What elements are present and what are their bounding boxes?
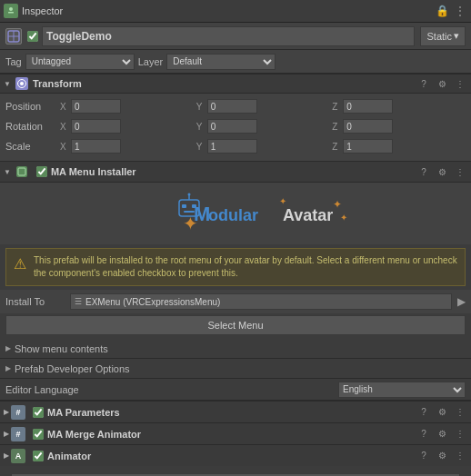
animator-component[interactable]: ▶ A Animator ? ⚙ ⋮ [0, 444, 471, 466]
modular-avatar-logo: ✦ odular M Avatar ✦ ✦ ✦ [117, 192, 354, 237]
ma-menu-installer-header[interactable]: ▼ MA Menu Installer ? ⚙ ⋮ [0, 161, 471, 183]
position-x-input[interactable] [71, 99, 121, 114]
ma-more-icon[interactable]: ⋮ [453, 164, 467, 179]
ma-parameters-component[interactable]: ▶ # MA Parameters ? ⚙ ⋮ [0, 401, 471, 422]
ma-help-icon[interactable]: ? [416, 164, 431, 179]
position-z-field: Z [332, 99, 466, 114]
rotation-x-input[interactable] [71, 119, 121, 134]
ma-merge-btns: ? ⚙ ⋮ [416, 427, 467, 441]
rotation-y-field: Y [196, 119, 330, 134]
transform-more-icon[interactable]: ⋮ [453, 76, 467, 91]
svg-point-5 [20, 82, 24, 85]
position-z-input[interactable] [343, 99, 393, 114]
object-active-checkbox[interactable] [27, 31, 38, 42]
animator-title: Animator [47, 451, 416, 461]
transform-settings-icon[interactable]: ⚙ [435, 76, 449, 91]
ma-params-arrow-icon: ▶ [4, 408, 9, 416]
rotation-y-input[interactable] [207, 119, 257, 134]
rotation-x-field: X [60, 119, 194, 134]
ma-merge-checkbox[interactable] [33, 429, 44, 440]
prefab-dev-label: Prefab Developer Options [15, 363, 130, 374]
tag-select[interactable]: Untagged [25, 54, 135, 70]
svg-text:✦: ✦ [333, 198, 342, 211]
scale-fields: X Y Z [60, 139, 466, 154]
rotation-label: Rotation [5, 121, 60, 132]
ma-params-settings-icon[interactable]: ⚙ [435, 405, 449, 420]
show-menu-contents-row[interactable]: ▶ Show menu contents [0, 339, 471, 359]
ma-title: MA Menu Installer [51, 166, 416, 177]
rotation-z-field: Z [332, 119, 466, 134]
animator-more-icon[interactable]: ⋮ [453, 449, 467, 463]
svg-text:✦: ✦ [279, 196, 286, 206]
ma-params-help-icon[interactable]: ? [416, 405, 431, 420]
prefab-dev-arrow-icon: ▶ [5, 364, 11, 372]
static-dropdown-arrow: ▾ [454, 30, 459, 42]
rot-z-axis: Z [332, 122, 341, 132]
transform-arrow-icon: ▼ [4, 80, 11, 88]
install-arrow-icon[interactable]: ▶ [457, 295, 466, 308]
svg-point-10 [188, 193, 191, 196]
object-header: Static ▾ [0, 23, 471, 50]
tab-actions: 🔒 ⋮ [435, 4, 467, 18]
ma-merge-title: MA Merge Animator [47, 429, 416, 440]
ma-merge-help-icon[interactable]: ? [416, 427, 431, 441]
animator-settings-icon[interactable]: ⚙ [435, 449, 449, 463]
position-y-field: Y [196, 99, 330, 114]
ma-merge-arrow-icon: ▶ [4, 430, 9, 438]
position-label: Position [5, 101, 60, 112]
select-menu-button[interactable]: Select Menu [5, 315, 466, 335]
scale-label: Scale [5, 141, 60, 152]
svg-text:odular: odular [208, 206, 258, 224]
position-x-field: X [60, 99, 194, 114]
transform-section-btns: ? ⚙ ⋮ [416, 76, 467, 91]
ma-settings-icon[interactable]: ⚙ [435, 164, 449, 179]
scale-x-field: X [60, 139, 194, 154]
scale-row: Scale X Y Z [5, 137, 466, 155]
rotation-fields: X Y Z [60, 119, 466, 134]
svg-rect-12 [182, 204, 186, 208]
more-icon[interactable]: ⋮ [453, 4, 467, 18]
ma-params-more-icon[interactable]: ⋮ [453, 405, 467, 420]
show-menu-label: Show menu contents [15, 343, 108, 354]
inspector-body: Static ▾ Tag Untagged Layer Default ▼ Tr… [0, 23, 471, 476]
position-y-input[interactable] [207, 99, 257, 114]
ma-section-btns: ? ⚙ ⋮ [416, 164, 467, 179]
pos-y-axis: Y [196, 102, 205, 112]
transform-section-header[interactable]: ▼ Transform ? ⚙ ⋮ [0, 74, 471, 94]
animator-checkbox[interactable] [33, 451, 44, 461]
ma-logo-area: ✦ odular M Avatar ✦ ✦ ✦ [0, 183, 471, 244]
scale-y-axis: Y [196, 142, 205, 152]
static-button[interactable]: Static ▾ [420, 26, 466, 46]
install-to-label: Install To [5, 296, 65, 307]
ma-merge-settings-icon[interactable]: ⚙ [435, 427, 449, 441]
lock-icon[interactable]: 🔒 [435, 4, 449, 18]
ma-params-checkbox[interactable] [33, 407, 44, 418]
install-to-field[interactable]: ☰ EXMenu (VRCExpressionsMenu) [70, 293, 452, 310]
layer-label: Layer [138, 56, 164, 67]
object-name-input[interactable] [42, 26, 415, 46]
pos-z-axis: Z [332, 102, 341, 112]
animator-btns: ? ⚙ ⋮ [416, 449, 467, 463]
animator-help-icon[interactable]: ? [416, 449, 431, 463]
inspector-tab-label: Inspector [22, 5, 63, 16]
object-type-icon [5, 28, 22, 45]
inspector-tab-icon [4, 4, 18, 18]
scale-y-input[interactable] [207, 139, 257, 154]
warning-text: This prefab will be installed to the roo… [34, 254, 457, 280]
scale-z-input[interactable] [343, 139, 393, 154]
rotation-z-input[interactable] [343, 119, 393, 134]
transform-body: Position X Y Z Rotation [0, 94, 471, 161]
ma-merge-icon: # [11, 427, 25, 441]
scale-x-input[interactable] [71, 139, 121, 154]
layer-select[interactable]: Default [166, 54, 276, 70]
install-to-value: EXMenu (VRCExpressionsMenu) [85, 297, 220, 307]
prefab-dev-options-row[interactable]: ▶ Prefab Developer Options [0, 359, 471, 379]
ma-enabled-checkbox[interactable] [36, 166, 47, 177]
ma-merge-more-icon[interactable]: ⋮ [453, 427, 467, 441]
ma-merge-animator-component[interactable]: ▶ # MA Merge Animator ? ⚙ ⋮ [0, 422, 471, 444]
position-fields: X Y Z [60, 99, 466, 114]
position-row: Position X Y Z [5, 97, 466, 115]
editor-lang-select[interactable]: English [338, 382, 466, 398]
transform-help-icon[interactable]: ? [416, 76, 431, 91]
tag-layer-row: Tag Untagged Layer Default [0, 50, 471, 74]
